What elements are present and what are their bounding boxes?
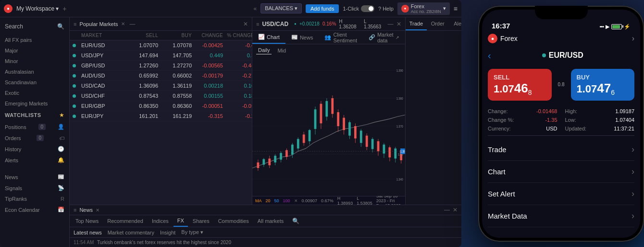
news-label: News [5, 174, 18, 180]
sidebar-item-orders[interactable]: Orders 0 🏷 [0, 132, 69, 143]
sell-button[interactable]: SELL 1.07468 [488, 69, 552, 101]
market-dot [73, 64, 81, 67]
sidebar-item-signals[interactable]: Signals 📡 [0, 182, 69, 194]
market-data-icon: 🔗 [369, 34, 375, 40]
phone-instrument-name: EUR/USD [549, 51, 583, 60]
period-daily[interactable]: Daily [256, 46, 272, 54]
sidebar-item-major[interactable]: Major [0, 45, 69, 56]
tab-chart[interactable]: 📈 Chart [252, 31, 285, 44]
sidebar-item-positions[interactable]: Positions 0 👤 [0, 121, 69, 132]
news-search-icon[interactable]: 🔍 [292, 218, 299, 224]
news-subtab-insight[interactable]: Insight [160, 230, 175, 235]
star-icon[interactable]: ★ [59, 112, 64, 118]
sell-price: 161.201 [124, 113, 158, 119]
news-item[interactable]: 11:54 AM Turkish cenbank's net forex res… [70, 238, 461, 247]
market-name: EUR/JPY [81, 113, 124, 119]
phone-menu-marketdata[interactable]: Market Data › [488, 205, 634, 227]
econ-calendar-label: Econ Calendar [5, 207, 40, 213]
news-tab-commodities[interactable]: Commodities [214, 215, 253, 227]
ma-close-icon[interactable]: ✕ [294, 198, 298, 203]
one-click-toggle[interactable]: 1-Click [343, 5, 374, 12]
buy-price: 1.36119 [158, 83, 192, 89]
positions-label: Positions [5, 124, 26, 130]
minimize-icon[interactable]: — [130, 21, 136, 27]
signals-label: Signals [5, 185, 22, 191]
table-row[interactable]: USD/CAD 1.36096 1.36119 0.00218 0.16 11:… [70, 81, 252, 91]
sidebar-item-tipranks[interactable]: TipRanks R [0, 194, 69, 204]
sidebar-item-news[interactable]: News 📰 [0, 171, 69, 182]
sidebar-item-econ-calendar[interactable]: Econ Calendar 📅 [0, 204, 69, 215]
ma-20[interactable]: 20 [266, 198, 271, 203]
table-row[interactable]: EUR/JPY 161.201 161.219 -0.315 -0.2 11:5… [70, 111, 252, 121]
tab-client-sentiment[interactable]: 👥 Client Sentiment [319, 31, 363, 44]
panel-close-icon[interactable]: ✕ [243, 21, 248, 27]
table-row[interactable]: USD/CHF 0.87543 0.87558 0.00155 0.18 11:… [70, 91, 252, 101]
phone-back-button[interactable]: ‹ [488, 50, 491, 61]
table-row[interactable]: AUD/USD 0.65992 0.66002 -0.00179 -0.27 1… [70, 71, 252, 81]
table-row[interactable]: USD/JPY 147.694 147.705 0.449 0.3 11:58:… [70, 51, 252, 61]
table-row[interactable]: EUR/GBP 0.86350 0.86360 -0.00051 -0.05 1… [70, 101, 252, 111]
sidebar-item-exotic[interactable]: Exotic [0, 88, 69, 98]
market-dot [73, 54, 81, 57]
market-dot [73, 84, 81, 88]
phone-menu-trade[interactable]: Trade › [488, 139, 634, 161]
search-icon[interactable]: 🔍 [57, 23, 64, 30]
workspace-selector[interactable]: My Workspace ▾ [16, 5, 59, 12]
balances-button[interactable]: BALANCES ▾ [260, 3, 302, 13]
app-logo: ● [4, 4, 12, 13]
period-mid[interactable]: Mid [275, 47, 288, 54]
tab-market-data[interactable]: 🔗 Market data ↗ [363, 31, 405, 44]
buy-price-big: 47 [597, 81, 611, 95]
tab-news[interactable]: 📰 News [285, 31, 319, 44]
phone-menu-setalert[interactable]: Set Alert › [488, 183, 634, 205]
buy-button[interactable]: BUY 1.07476 [571, 69, 635, 101]
sidebar-item-all-fx[interactable]: All FX pairs [0, 35, 69, 45]
menu-setalert-chevron: › [632, 189, 634, 199]
positions-icon: 👤 [58, 124, 64, 130]
news-tab-indices[interactable]: Indices [148, 215, 173, 227]
table-row[interactable]: GBP/USD 1.27260 1.27270 -0.00565 -0.44 1… [70, 61, 252, 71]
market-dot [73, 44, 81, 47]
svg-rect-37 [343, 118, 345, 130]
phone-chevron-icon[interactable]: › [632, 34, 634, 43]
svg-rect-15 [280, 153, 282, 160]
high-item: High: 1.09187 [565, 108, 635, 114]
watchlists-row: WATCHLISTS ★ [0, 109, 69, 121]
sidebar-item-minor[interactable]: Minor [0, 56, 69, 66]
add-funds-button[interactable]: Add funds [306, 4, 339, 13]
sidebar-item-australasian[interactable]: Australasian [0, 66, 69, 77]
market-dot [73, 94, 81, 98]
news-time: 11:54 AM [74, 240, 94, 245]
chart-close-icon[interactable]: ✕ [396, 21, 401, 27]
toggle-switch[interactable] [361, 5, 374, 12]
table-row[interactable]: EUR/USD 1.07070 1.07078 -0.00425 -0.4 11… [70, 40, 252, 51]
sidebar-item-emerging-markets[interactable]: Emerging Markets [0, 98, 69, 109]
news-tab-top[interactable]: Top News [72, 215, 102, 227]
market-dot [73, 115, 81, 118]
question-icon: ? [378, 6, 381, 12]
chart-minimize-icon[interactable]: — [388, 21, 394, 27]
add-tab-button[interactable]: + [62, 5, 66, 13]
ma-100[interactable]: 100 [283, 198, 290, 203]
change-pct-label: Change %: [488, 117, 514, 123]
news-subtab-latest[interactable]: Latest news [74, 230, 102, 235]
news-subtab-commentary[interactable]: Market commentary [108, 230, 154, 235]
sidebar-item-history[interactable]: History 🕐 [0, 143, 69, 155]
news-tab-shares[interactable]: Shares [189, 215, 213, 227]
ma-50[interactable]: 50 [274, 198, 279, 203]
sidebar-item-scandinavian[interactable]: Scandinavian [0, 77, 69, 88]
orders-badge: 0 [37, 135, 44, 141]
news-close-icon: ✕ [96, 208, 99, 213]
phone-frame: 16:37 ••• ▶ ⚡ ● Forex › [478, 6, 644, 242]
phone-menu-chart[interactable]: Chart › [488, 161, 634, 183]
sidebar-item-alerts[interactable]: Alerts 🔔 [0, 155, 69, 166]
news-tab-fx[interactable]: FX [173, 215, 188, 227]
pct-change: 0.3 [223, 52, 252, 58]
news-tab-all[interactable]: All markets [254, 215, 287, 227]
help-button[interactable]: ? Help [378, 6, 394, 12]
tipranks-icon: R [61, 196, 64, 202]
svg-rect-39 [348, 122, 351, 136]
news-tab-recommended[interactable]: Recommended [103, 215, 147, 227]
news-subtab-bytype[interactable]: By type ▾ [181, 229, 203, 235]
tab-trade[interactable]: Trade [406, 17, 427, 30]
